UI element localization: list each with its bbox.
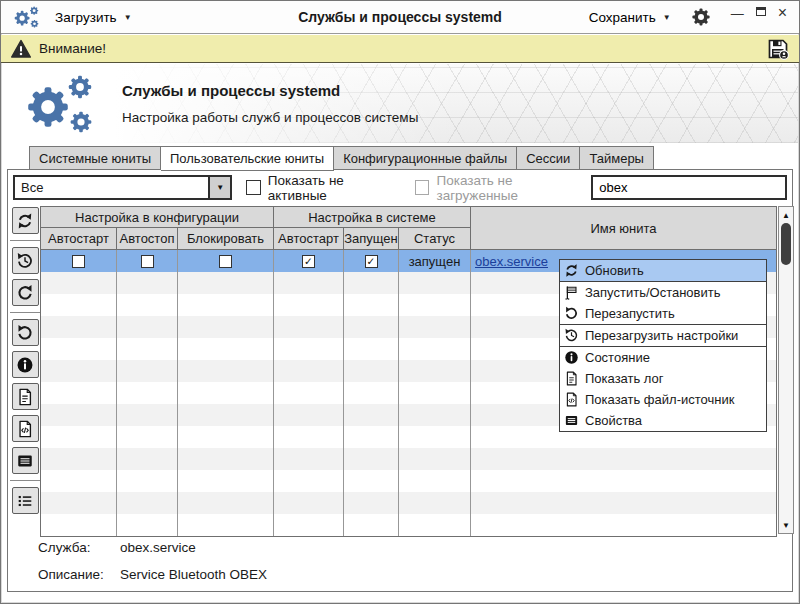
description-label: Описание:: [38, 567, 120, 582]
info-icon: [564, 350, 579, 365]
menu-item-show-log[interactable]: Показать лог: [560, 368, 766, 389]
unit-name-link[interactable]: obex.service: [475, 254, 548, 269]
list-menu-icon: [16, 492, 34, 510]
tab-user-units[interactable]: Пользовательские юниты: [161, 146, 334, 171]
tab-sessions[interactable]: Сессии: [517, 146, 580, 170]
settings-gear-icon[interactable]: [691, 7, 711, 27]
column-header-unit-name: Имя юнита: [471, 207, 776, 249]
tab-timers[interactable]: Таймеры: [580, 146, 654, 170]
log-document-icon: [16, 388, 34, 406]
save-menu-button[interactable]: Сохранить ▼: [589, 10, 671, 25]
content-panel: Все ▼ Показать не активные Показать не з…: [7, 169, 793, 592]
log-document-icon: [564, 371, 579, 386]
header-banner: Службы и процессы systemd Настройка рабо…: [2, 64, 798, 143]
vertical-scrollbar[interactable]: ▲ ▼: [778, 206, 794, 534]
system-running-checkbox[interactable]: ✓: [365, 255, 378, 268]
window-controls: — ×: [731, 7, 787, 20]
titlebar: Службы и процессы systemd Загрузить ▼ Со…: [1, 1, 799, 34]
flag-icon: [564, 285, 579, 300]
warning-text: Внимание!: [39, 41, 106, 56]
menu-item-properties[interactable]: Свойства: [560, 410, 766, 431]
show-inactive-checkbox[interactable]: Показать не активные: [246, 173, 401, 203]
load-menu-button[interactable]: Загрузить ▼: [55, 10, 132, 25]
source-code-document-icon: [564, 392, 579, 407]
table-row-empty[interactable]: [41, 448, 776, 470]
column-header: Автостарт: [274, 228, 344, 249]
floppy-save-icon[interactable]: [767, 38, 789, 60]
status-button[interactable]: [12, 351, 39, 378]
menu-item-refresh[interactable]: Обновить: [560, 260, 766, 281]
close-button[interactable]: ×: [778, 7, 787, 19]
footer-info: Служба: obex.service Описание: Service B…: [38, 540, 782, 594]
app-window: Службы и процессы systemd Загрузить ▼ Со…: [0, 0, 800, 604]
combobox-arrow-icon[interactable]: ▼: [208, 177, 230, 198]
checkbox-box: [415, 180, 429, 195]
banner-subtitle: Настройка работы служб и процессов систе…: [122, 110, 418, 125]
tab-config-files[interactable]: Конфигурационные файлы: [334, 146, 517, 170]
config-autostart-checkbox[interactable]: [72, 255, 85, 268]
tab-bar: Системные юниты Пользовательские юниты К…: [29, 146, 654, 171]
service-label: Служба:: [38, 540, 120, 555]
show-log-button[interactable]: [12, 383, 39, 410]
system-autostart-checkbox[interactable]: ✓: [302, 255, 315, 268]
refresh-button[interactable]: [12, 207, 39, 234]
undo-arrow-icon: [16, 324, 34, 342]
search-input[interactable]: [591, 175, 787, 200]
warning-bar: Внимание!: [1, 35, 799, 63]
minimize-button[interactable]: —: [731, 7, 744, 20]
group-header-config: Настройка в конфигурации: [41, 207, 274, 228]
context-menu: Обновить Запустить/Остановить Перезапуст…: [559, 259, 767, 432]
show-unloaded-checkbox: Показать не загруженные: [415, 173, 591, 203]
column-header: Автостарт: [41, 228, 117, 249]
side-toolbar: [10, 207, 40, 519]
scrollbar-thumb[interactable]: [781, 223, 791, 265]
properties-button[interactable]: [12, 447, 39, 474]
undo-arrow-icon: [564, 306, 579, 321]
menu-item-reload-settings[interactable]: Перезагрузить настройки: [560, 325, 766, 346]
column-header: Блокировать: [178, 228, 274, 249]
refresh-icon: [564, 263, 579, 278]
warning-triangle-icon: [11, 39, 31, 59]
checkbox-label: Показать не загруженные: [436, 173, 591, 203]
reload-settings-button[interactable]: [12, 247, 39, 274]
tab-system-units[interactable]: Системные юниты: [29, 146, 161, 170]
properties-box-icon: [16, 452, 34, 470]
menu-item-start-stop[interactable]: Запустить/Остановить: [560, 282, 766, 303]
redo-arrow-icon: [16, 284, 34, 302]
start-stop-button[interactable]: [12, 279, 39, 306]
history-clock-icon: [16, 252, 34, 270]
column-header: Статус: [399, 228, 471, 249]
group-header-system: Настройка в системе: [274, 207, 471, 228]
maximize-button[interactable]: [756, 7, 766, 16]
unit-filter-combobox[interactable]: Все ▼: [13, 175, 232, 200]
checkbox-box[interactable]: [246, 180, 260, 195]
scroll-down-icon[interactable]: ▼: [779, 518, 793, 532]
info-icon: [16, 356, 34, 374]
table-row-empty[interactable]: [41, 470, 776, 492]
chevron-down-icon: ▼: [663, 13, 671, 22]
filter-bar: Все ▼ Показать не активные Показать не з…: [13, 174, 787, 201]
description-value: Service Bluetooth OBEX: [120, 567, 267, 582]
banner-title: Службы и процессы systemd: [122, 82, 418, 99]
restart-button[interactable]: [12, 319, 39, 346]
menu-item-status[interactable]: Состояние: [560, 347, 766, 368]
status-cell: запущен: [399, 250, 471, 272]
unit-filter-value: Все: [15, 177, 208, 198]
menu-item-show-source[interactable]: Показать файл-источник: [560, 389, 766, 410]
scroll-up-icon[interactable]: ▲: [779, 208, 793, 222]
toolbar-separator: [10, 480, 40, 481]
toolbar-separator: [10, 240, 40, 241]
menu-item-restart[interactable]: Перезапустить: [560, 303, 766, 324]
checkbox-label: Показать не активные: [268, 173, 401, 203]
config-block-checkbox[interactable]: [219, 255, 232, 268]
service-value: obex.service: [120, 540, 196, 555]
toolbar-separator: [10, 312, 40, 313]
config-autostop-checkbox[interactable]: [141, 255, 154, 268]
show-source-button[interactable]: [12, 415, 39, 442]
column-header: Автостоп: [117, 228, 178, 249]
units-list-button[interactable]: [12, 487, 39, 514]
table-row-empty[interactable]: [41, 492, 776, 514]
source-code-document-icon: [16, 420, 34, 438]
chevron-down-icon: ▼: [124, 13, 132, 22]
table-row-empty[interactable]: [41, 514, 776, 536]
